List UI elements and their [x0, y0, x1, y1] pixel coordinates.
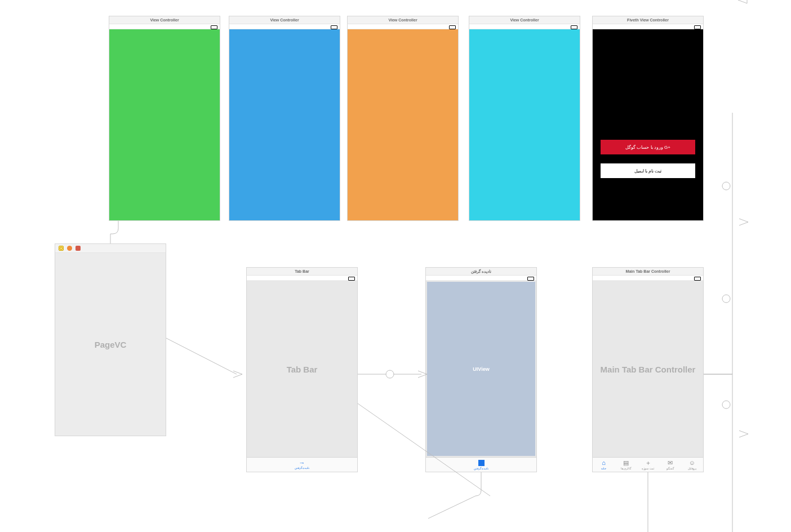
status-bar	[109, 24, 220, 29]
tab-label: گفتگو	[666, 467, 674, 470]
tab-home[interactable]: ⌂ خانه	[593, 458, 615, 472]
tab-label: نادیده گرفتن	[474, 467, 488, 470]
scene-vc-green[interactable]: View Controller	[109, 16, 220, 221]
tab-label: پروفایل	[688, 467, 696, 470]
dock-storyboard-icon	[75, 246, 81, 251]
scene-detail[interactable]: نادیده گرفتن UIView نادیده گرفتن	[425, 267, 537, 472]
tab-profile[interactable]: ☺ پروفایل	[681, 458, 703, 472]
scene-title: نادیده گرفتن	[426, 268, 536, 276]
square-icon[interactable]	[478, 460, 485, 466]
view-body: PageVC	[55, 253, 166, 436]
status-bar	[593, 276, 703, 281]
tab-bar: → نادیده گرفتن	[247, 457, 357, 472]
tab-bar: ⌂ خانه ▤ گالری‌ها ＋ ثبت سوژه ✉ گفتگو ☺ پ…	[593, 457, 703, 472]
google-signin-button[interactable]: ورود با حساب گوگل G+	[601, 140, 695, 154]
view-body: ورود با حساب گوگل G+ ثبت نام با ایمیل	[593, 29, 703, 220]
scene-title: View Controller	[229, 16, 340, 24]
view-body	[109, 29, 220, 220]
scene-title: Main Tab Bar Controller	[593, 268, 703, 276]
tab-label: گالری‌ها	[621, 467, 631, 470]
status-bar	[247, 276, 357, 281]
view-body: Main Tab Bar Controller	[593, 281, 703, 457]
svg-point-3	[722, 401, 730, 409]
email-signup-button[interactable]: ثبت نام با ایمیل	[601, 163, 695, 178]
scene-title: Fiveth View Controller	[593, 16, 703, 24]
scene-title: View Controller	[348, 16, 458, 24]
placeholder-label: Tab Bar	[247, 364, 357, 374]
status-bar	[348, 24, 458, 29]
status-bar	[229, 24, 340, 29]
view-body: UIView	[426, 281, 536, 457]
placeholder-label: Main Tab Bar Controller	[593, 364, 703, 374]
dock-first-responder-icon	[59, 246, 64, 251]
tab-bar: نادیده گرفتن	[426, 457, 536, 472]
scene-title: View Controller	[469, 16, 580, 24]
status-bar	[426, 276, 536, 281]
scene-vc-cyan[interactable]: View Controller	[469, 16, 580, 221]
tab-chat[interactable]: ✉ گفتگو	[659, 458, 681, 472]
chat-icon: ✉	[668, 460, 673, 466]
scene-title: View Controller	[109, 16, 220, 24]
gallery-icon: ▤	[623, 460, 629, 466]
arrow-right-icon[interactable]: →	[299, 460, 305, 466]
view-body	[229, 29, 340, 220]
svg-point-0	[386, 370, 394, 378]
view-body	[348, 29, 458, 220]
scene-vc-blue[interactable]: View Controller	[229, 16, 340, 221]
tab-label: نادیده گرفتن	[295, 466, 309, 469]
view-body: Tab Bar	[247, 281, 357, 457]
plus-icon: ＋	[645, 460, 651, 466]
uiview-placeholder[interactable]: UIView	[427, 282, 535, 456]
scene-vc-orange[interactable]: View Controller	[347, 16, 459, 221]
tab-label: ثبت سوژه	[642, 467, 654, 470]
placeholder-label: PageVC	[55, 340, 166, 349]
status-bar	[469, 24, 580, 29]
scene-title: Tab Bar	[247, 268, 357, 276]
tab-add[interactable]: ＋ ثبت سوژه	[637, 458, 659, 472]
scene-maintab[interactable]: Main Tab Bar Controller Main Tab Bar Con…	[592, 267, 704, 472]
tab-gallery[interactable]: ▤ گالری‌ها	[615, 458, 637, 472]
svg-point-1	[722, 182, 730, 190]
scene-tabbar[interactable]: Tab Bar Tab Bar → نادیده گرفتن	[246, 267, 358, 472]
tab-label: خانه	[601, 467, 606, 470]
status-bar	[593, 24, 703, 29]
dock-exit-icon	[67, 246, 72, 251]
home-icon: ⌂	[602, 460, 606, 466]
scene-pagevc[interactable]: PageVC	[55, 243, 166, 436]
view-body	[469, 29, 580, 220]
profile-icon: ☺	[689, 460, 695, 466]
svg-point-2	[722, 295, 730, 303]
scene-dock	[55, 244, 166, 253]
scene-vc-login[interactable]: Fiveth View Controller ورود با حساب گوگل…	[592, 16, 704, 221]
